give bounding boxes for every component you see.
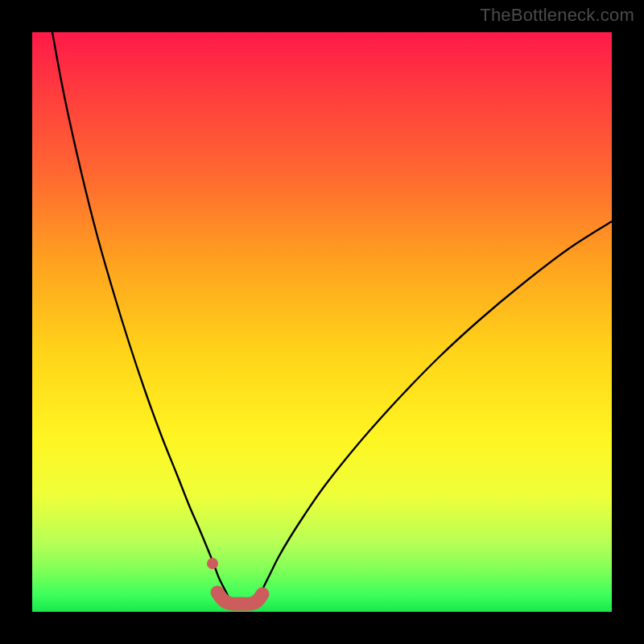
chart-frame: TheBottleneck.com bbox=[0, 0, 644, 644]
curve-left-branch bbox=[52, 32, 230, 601]
bottom-marker-curve bbox=[217, 592, 262, 604]
plot-area bbox=[32, 32, 612, 612]
watermark-text: TheBottleneck.com bbox=[480, 5, 634, 26]
left-marker-dot bbox=[207, 558, 218, 569]
chart-svg bbox=[32, 32, 612, 612]
curve-right-branch bbox=[256, 221, 612, 601]
